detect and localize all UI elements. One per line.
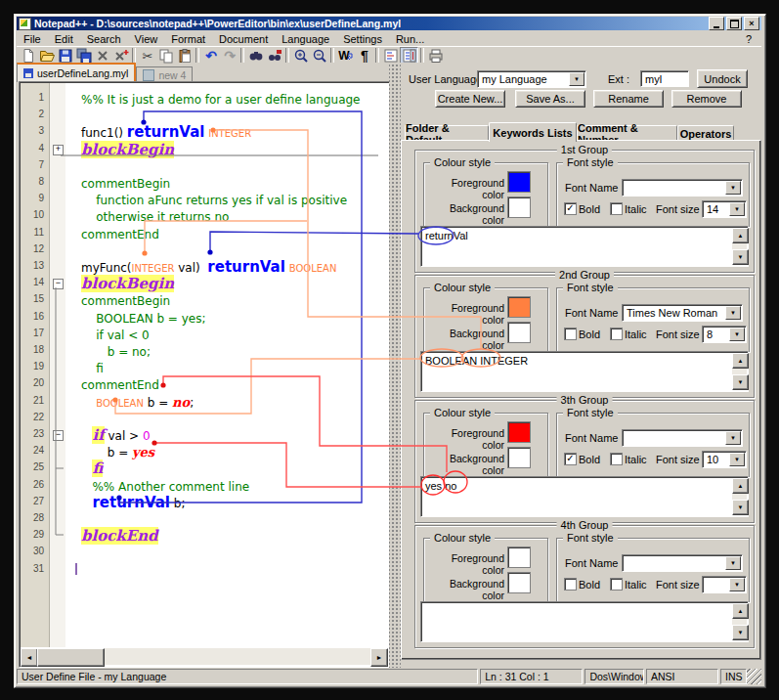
editor-line-23[interactable]: 23− if val > 0: [21, 426, 387, 444]
font-size-select[interactable]: 14▼: [702, 200, 747, 218]
keywords-scrollbar[interactable]: ▲▼: [732, 603, 747, 640]
scroll-up-button[interactable]: ▲: [732, 353, 749, 369]
resize-grip[interactable]: [747, 669, 761, 684]
dock-splitter[interactable]: [389, 63, 401, 668]
background-color-swatch[interactable]: [507, 572, 531, 593]
scroll-left-button[interactable]: ◄: [21, 648, 38, 667]
editor-line-14[interactable]: 14−blockBegin: [21, 275, 387, 292]
rename-button[interactable]: Rename: [593, 90, 664, 108]
print-button[interactable]: [426, 47, 445, 64]
editor-line-2[interactable]: 2: [21, 107, 387, 124]
chevron-down-icon[interactable]: ▼: [729, 453, 745, 466]
scroll-thumb[interactable]: [37, 648, 105, 667]
editor-line-24[interactable]: 24 b = yes: [21, 443, 387, 460]
scroll-up-button[interactable]: ▲: [732, 603, 749, 619]
close-button[interactable]: ×: [744, 17, 759, 30]
replace-button[interactable]: [265, 47, 283, 64]
find-button[interactable]: [246, 47, 265, 64]
minimize-button[interactable]: [709, 17, 724, 30]
code-editor[interactable]: 1%% It is just a demo for a user define …: [21, 83, 387, 647]
zoom-in-button[interactable]: [291, 47, 310, 64]
scroll-up-button[interactable]: ▲: [732, 478, 749, 494]
italic-checkbox[interactable]: [610, 453, 623, 465]
menu-file[interactable]: File: [17, 33, 48, 45]
bold-checkbox[interactable]: ✓: [564, 453, 577, 465]
keywords-scrollbar[interactable]: ▲▼: [732, 478, 747, 515]
chevron-down-icon[interactable]: ▼: [725, 181, 741, 195]
editor-line-1[interactable]: 1%% It is just a demo for a user define …: [21, 90, 387, 108]
udl-list-button[interactable]: [381, 47, 400, 64]
save-button[interactable]: [56, 47, 74, 64]
editor-line-27[interactable]: 27 returnVal b;: [21, 494, 387, 511]
editor-line-20[interactable]: 20commentEnd: [21, 375, 387, 393]
editor-line-8[interactable]: 8commentBegin: [21, 174, 387, 192]
menu-run[interactable]: Run...: [389, 33, 431, 45]
fold-collapse-icon[interactable]: −: [53, 430, 64, 441]
ext-input[interactable]: myl: [640, 70, 689, 87]
editor-line-12[interactable]: 12: [21, 241, 387, 259]
remove-button[interactable]: Remove: [671, 90, 742, 108]
user-language-select[interactable]: my Language ▼: [477, 70, 586, 88]
background-color-swatch[interactable]: [507, 197, 531, 218]
editor-line-16[interactable]: 16 BOOLEAN b = yes;: [21, 309, 387, 327]
menu-settings[interactable]: Settings: [336, 33, 389, 45]
save-as-button[interactable]: Save As...: [515, 90, 585, 108]
font-name-select[interactable]: Times New Roman▼: [622, 304, 743, 322]
keywords-textarea[interactable]: BOOLEAN INTEGER▲▼: [420, 351, 749, 392]
font-size-select[interactable]: ▼: [702, 576, 747, 593]
editor-line-13[interactable]: 13myFunc(INTEGER val) returnVal BOOLEAN: [21, 258, 387, 276]
editor-line-7[interactable]: 7: [21, 157, 387, 175]
redo-button[interactable]: ↷: [220, 47, 238, 64]
new-button[interactable]: [19, 47, 37, 64]
create-new-button[interactable]: Create New...: [435, 90, 505, 108]
editor-line-17[interactable]: 17 if val < 0: [21, 326, 387, 343]
font-name-select[interactable]: ▼: [622, 554, 743, 572]
italic-checkbox[interactable]: [610, 578, 623, 591]
cut-button[interactable]: ✂: [138, 47, 156, 64]
chevron-down-icon[interactable]: ▼: [725, 306, 741, 320]
scroll-down-button[interactable]: ▼: [732, 625, 749, 640]
bold-checkbox[interactable]: [564, 328, 577, 340]
chevron-down-icon[interactable]: ▼: [729, 328, 745, 341]
undock-button[interactable]: Undock: [697, 69, 748, 88]
word-wrap-button[interactable]: W: [336, 47, 355, 64]
keywords-scrollbar[interactable]: ▲▼: [732, 228, 747, 265]
undo-button[interactable]: ↶: [201, 47, 220, 64]
menu-edit[interactable]: Edit: [48, 33, 80, 45]
menu-help[interactable]: ?: [736, 33, 761, 45]
chevron-down-icon[interactable]: ▼: [729, 578, 745, 591]
editor-line-31[interactable]: 31: [21, 561, 387, 579]
foreground-color-swatch[interactable]: [507, 421, 531, 443]
italic-checkbox[interactable]: [610, 202, 623, 215]
scroll-down-button[interactable]: ▼: [732, 374, 749, 390]
font-size-select[interactable]: 8▼: [702, 326, 747, 343]
editor-line-4[interactable]: 4+blockBegin: [21, 141, 387, 158]
editor-line-30[interactable]: 30: [21, 544, 387, 561]
fold-expand-icon[interactable]: +: [53, 145, 64, 155]
background-color-swatch[interactable]: [507, 322, 531, 343]
chevron-down-icon[interactable]: ▼: [569, 72, 584, 86]
font-name-select[interactable]: ▼: [622, 429, 743, 447]
keywords-textarea[interactable]: ▲▼: [420, 601, 749, 642]
editor-line-11[interactable]: 11commentEnd: [21, 225, 387, 242]
scroll-down-button[interactable]: ▼: [732, 249, 749, 265]
chevron-down-icon[interactable]: ▼: [725, 556, 741, 570]
menu-language[interactable]: Language: [275, 33, 336, 45]
menu-view[interactable]: View: [128, 33, 165, 45]
editor-line-3[interactable]: 3func1() returnVal INTEGER: [21, 123, 387, 141]
fold-collapse-icon[interactable]: −: [53, 279, 64, 289]
background-color-swatch[interactable]: [507, 447, 531, 468]
editor-line-10[interactable]: 10 otherwise it returns no: [21, 207, 387, 225]
foreground-color-swatch[interactable]: [507, 547, 531, 568]
zoom-out-button[interactable]: [310, 47, 328, 64]
bold-checkbox[interactable]: ✓: [564, 202, 577, 215]
save-all-button[interactable]: [74, 47, 93, 64]
show-symbols-button[interactable]: ¶: [355, 47, 373, 64]
editor-line-18[interactable]: 18 b = no;: [21, 342, 387, 360]
editor-line-21[interactable]: 21 BOOLEAN b = no;: [21, 393, 387, 411]
editor-line-28[interactable]: 28: [21, 510, 387, 528]
open-button[interactable]: [37, 47, 56, 64]
doc-tab-1[interactable]: userDefineLang.myl: [17, 63, 136, 82]
font-size-select[interactable]: 10▼: [702, 451, 747, 468]
editor-line-19[interactable]: 19 fi: [21, 359, 387, 376]
